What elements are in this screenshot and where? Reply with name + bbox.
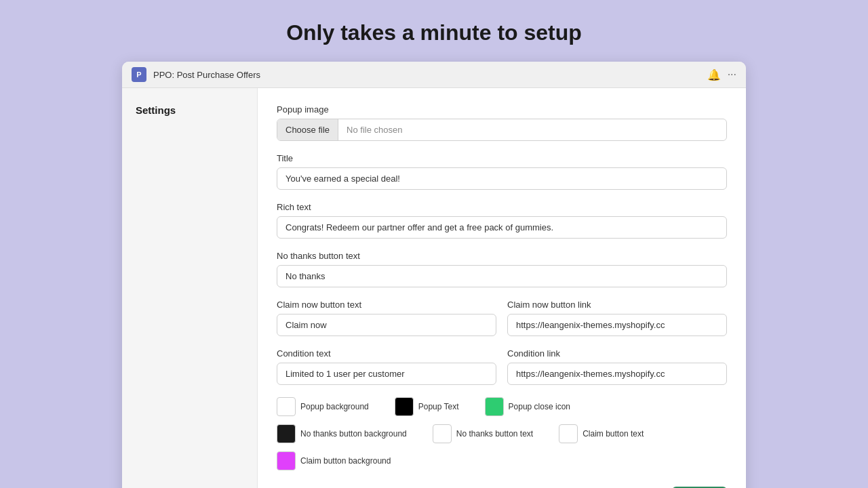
sidebar-settings-label: Settings xyxy=(136,104,176,116)
no-thanks-bg-label: No thanks button background xyxy=(300,429,407,439)
browser-bar: P PPO: Post Purchase Offers 🔔 ··· xyxy=(122,62,746,88)
more-icon[interactable]: ··· xyxy=(728,68,736,81)
claim-text-swatch-item: Claim button text xyxy=(559,424,644,443)
no-thanks-text-label: No thanks button text xyxy=(456,429,533,439)
title-label: Title xyxy=(277,153,727,163)
claim-bg-swatch[interactable] xyxy=(277,451,296,470)
condition-text-label: Condition text xyxy=(277,348,496,359)
page-heading: Only takes a minute to setup xyxy=(286,20,582,45)
swatches-row-2: No thanks button background No thanks bu… xyxy=(277,424,727,443)
rich-text-label: Rich text xyxy=(277,202,727,212)
popup-close-swatch-item: Popup close icon xyxy=(485,397,570,416)
claim-bg-label: Claim button background xyxy=(300,456,391,466)
popup-close-icon-swatch[interactable] xyxy=(485,397,504,416)
no-thanks-bg-swatch-item: No thanks button background xyxy=(277,424,407,443)
claim-link-input[interactable] xyxy=(507,314,727,336)
no-thanks-label: No thanks button text xyxy=(277,251,727,261)
file-name-display: No file chosen xyxy=(338,119,726,140)
swatches-row-3: Claim button background xyxy=(277,451,727,470)
condition-text-input[interactable] xyxy=(277,363,496,385)
condition-link-label: Condition link xyxy=(507,348,727,359)
no-thanks-group: No thanks button text xyxy=(277,251,727,287)
claim-row: Claim now button text Claim now button l… xyxy=(277,300,727,336)
claim-link-label: Claim now button link xyxy=(507,300,727,310)
browser-bar-left: P PPO: Post Purchase Offers xyxy=(132,67,260,82)
claim-text-group: Claim now button text xyxy=(277,300,496,336)
title-input[interactable] xyxy=(277,167,727,190)
claim-link-group: Claim now button link xyxy=(507,300,727,336)
browser-body: Settings Popup image Choose file No file… xyxy=(122,88,746,488)
popup-text-label: Popup Text xyxy=(418,402,459,411)
popup-text-swatch[interactable] xyxy=(395,397,414,416)
claim-bg-swatch-item: Claim button background xyxy=(277,451,391,470)
sidebar: Settings xyxy=(122,88,258,488)
no-thanks-input[interactable] xyxy=(277,265,727,287)
file-input-row: Choose file No file chosen xyxy=(277,119,727,141)
condition-link-input[interactable] xyxy=(507,363,727,385)
popup-image-group: Popup image Choose file No file chosen xyxy=(277,104,727,141)
popup-image-label: Popup image xyxy=(277,104,727,115)
claim-text-input[interactable] xyxy=(277,314,496,336)
claim-text-swatch[interactable] xyxy=(559,424,578,443)
browser-bar-right: 🔔 ··· xyxy=(707,68,736,81)
condition-row: Condition text Condition link xyxy=(277,348,727,385)
app-icon: P xyxy=(132,67,146,82)
title-group: Title xyxy=(277,153,727,190)
condition-link-group: Condition link xyxy=(507,348,727,385)
popup-background-label: Popup background xyxy=(300,402,369,411)
popup-close-icon-label: Popup close icon xyxy=(509,402,570,411)
condition-text-group: Condition text xyxy=(277,348,496,385)
popup-bg-swatch-item: Popup background xyxy=(277,397,369,416)
popup-text-swatch-item: Popup Text xyxy=(395,397,459,416)
no-thanks-text-swatch[interactable] xyxy=(433,424,452,443)
rich-text-group: Rich text xyxy=(277,202,727,239)
claim-text-label: Claim button text xyxy=(583,429,644,439)
swatches-row-1: Popup background Popup Text Popup close … xyxy=(277,397,727,416)
main-content: Popup image Choose file No file chosen T… xyxy=(258,88,746,488)
choose-file-button[interactable]: Choose file xyxy=(277,119,338,140)
browser-window: P PPO: Post Purchase Offers 🔔 ··· Settin… xyxy=(122,62,746,488)
claim-text-label: Claim now button text xyxy=(277,300,496,310)
popup-background-swatch[interactable] xyxy=(277,397,296,416)
browser-title: PPO: Post Purchase Offers xyxy=(153,70,260,80)
bell-icon[interactable]: 🔔 xyxy=(707,68,721,81)
no-thanks-text-swatch-item: No thanks button text xyxy=(433,424,533,443)
no-thanks-bg-swatch[interactable] xyxy=(277,424,296,443)
rich-text-input[interactable] xyxy=(277,216,727,239)
